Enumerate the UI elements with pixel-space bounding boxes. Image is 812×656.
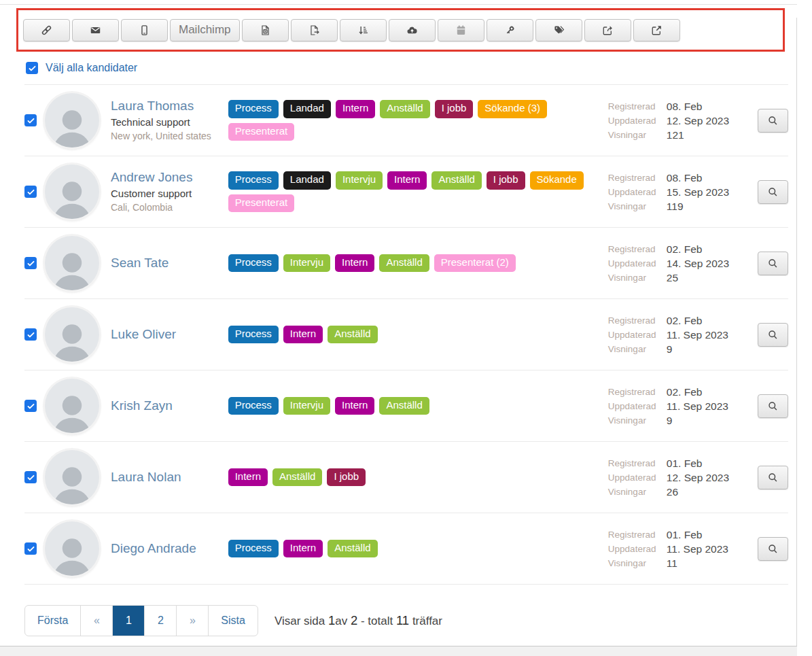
views-value: 9 xyxy=(667,342,752,356)
status-tag-intern[interactable]: Intern xyxy=(228,468,268,487)
status-tag-presenterat[interactable]: Presenterat xyxy=(228,194,295,213)
candidate-checkbox[interactable] xyxy=(24,542,37,555)
status-tag-intervju[interactable]: Intervju xyxy=(336,171,383,190)
content-right-border xyxy=(796,18,797,646)
bulk-actions-toolbar: Mailchimp xyxy=(23,19,680,41)
view-candidate-button[interactable] xyxy=(758,466,788,489)
candidate-checkbox[interactable] xyxy=(24,186,37,198)
status-tag-intern[interactable]: Intern xyxy=(335,254,374,273)
status-tag-ijobb[interactable]: I jobb xyxy=(435,100,474,118)
status-tag-ijobb[interactable]: I jobb xyxy=(487,171,525,190)
summary-number: 2 xyxy=(351,613,357,628)
registered-value: 01. Feb xyxy=(667,528,752,542)
toolbar-button-link[interactable] xyxy=(23,19,70,41)
candidate-checkbox[interactable] xyxy=(24,328,37,341)
status-tag-process[interactable]: Process xyxy=(228,326,279,344)
toolbar-button-label: Mailchimp xyxy=(179,23,231,37)
toolbar-button-calendar[interactable] xyxy=(438,19,484,41)
pagination-page-current[interactable]: 1 xyxy=(112,606,144,636)
toolbar-button-file-export[interactable] xyxy=(291,19,338,41)
status-tag-anstalld[interactable]: Anställd xyxy=(379,397,429,415)
status-tag-anstalld[interactable]: Anställd xyxy=(328,326,377,344)
updated-value: 15. Sep 2023 xyxy=(667,185,752,199)
view-candidate-button[interactable] xyxy=(758,180,788,204)
registered-label: Registrerad xyxy=(608,242,663,256)
pagination-last[interactable]: Sista xyxy=(208,606,258,636)
status-tag-presenterat[interactable]: Presenterat xyxy=(228,123,295,141)
candidate-name[interactable]: Andrew Jones xyxy=(111,169,217,186)
status-tag-intern[interactable]: Intern xyxy=(283,540,323,558)
candidate-name[interactable]: Diego Andrade xyxy=(111,540,217,557)
candidate-row: Krish Zayn ProcessIntervjuInternAnställd… xyxy=(24,370,788,442)
view-candidate-button[interactable] xyxy=(758,109,788,133)
toolbar-button-email[interactable] xyxy=(72,19,119,41)
candidate-name[interactable]: Laura Thomas xyxy=(111,98,217,114)
toolbar-button-excel-export[interactable] xyxy=(242,19,289,41)
candidate-location: New york, United states xyxy=(111,130,217,143)
status-tag-anstalld[interactable]: Anställd xyxy=(272,468,322,487)
status-tag-intern[interactable]: Intern xyxy=(283,326,323,344)
status-tag-intern[interactable]: Intern xyxy=(387,171,427,190)
toolbar-button-cloud-upload[interactable] xyxy=(389,19,436,41)
candidate-checkbox[interactable] xyxy=(24,471,37,483)
pagination-prev[interactable]: « xyxy=(80,606,112,636)
candidate-identity: Laura Thomas Technical support New york,… xyxy=(111,98,217,143)
candidate-name[interactable]: Laura Nolan xyxy=(111,469,217,485)
candidate-avatar xyxy=(45,165,99,219)
status-tag-process[interactable]: Process xyxy=(228,171,279,190)
summary-number: 1 xyxy=(328,613,335,628)
candidate-avatar xyxy=(45,307,99,362)
toolbar-button-mobile[interactable] xyxy=(121,19,168,41)
status-tag-anstalld[interactable]: Anställd xyxy=(380,100,429,118)
view-candidate-button[interactable] xyxy=(758,537,788,561)
candidate-name[interactable]: Sean Tate xyxy=(111,255,217,271)
candidate-name[interactable]: Krish Zayn xyxy=(111,398,217,414)
status-tag-process[interactable]: Process xyxy=(228,254,279,273)
candidate-name[interactable]: Luke Oliver xyxy=(111,326,217,343)
status-tag-intervju[interactable]: Intervju xyxy=(283,254,330,273)
status-tag-landad[interactable]: Landad xyxy=(283,100,331,118)
candidate-checkbox[interactable] xyxy=(24,400,37,412)
candidate-row: Laura Nolan InternAnställdI jobb Registr… xyxy=(24,442,788,513)
toolbar-button-export[interactable] xyxy=(633,19,680,41)
status-tag-process[interactable]: Process xyxy=(228,100,279,118)
status-tag-list: ProcessIntervjuInternAnställdPresenterat… xyxy=(228,254,603,273)
candidate-checkbox[interactable] xyxy=(24,257,37,269)
status-tag-list: ProcessIntervjuInternAnställd xyxy=(228,397,603,415)
status-tag-sokande[interactable]: Sökande xyxy=(530,171,584,190)
status-tag-process[interactable]: Process xyxy=(228,397,279,415)
toolbar-button-tag[interactable] xyxy=(535,19,582,41)
select-all-checkbox[interactable] xyxy=(26,62,38,74)
status-tag-ijobb[interactable]: I jobb xyxy=(327,468,366,487)
candidate-meta: Registrerad 01. Feb Uppdaterad 12. Sep 2… xyxy=(608,456,752,499)
status-tag-intern[interactable]: Intern xyxy=(336,100,375,118)
updated-value: 11. Sep 2023 xyxy=(667,399,752,413)
views-value: 25 xyxy=(667,271,752,285)
external-link-icon xyxy=(651,24,663,36)
status-tag-presenterat[interactable]: Presenterat (2) xyxy=(434,254,516,273)
views-value: 9 xyxy=(667,413,752,428)
toolbar-button-share[interactable] xyxy=(584,19,631,41)
status-tag-intervju[interactable]: Intervju xyxy=(283,397,330,415)
pagination-next[interactable]: » xyxy=(176,606,208,636)
registered-label: Registrerad xyxy=(608,171,663,185)
status-tag-anstalld[interactable]: Anställd xyxy=(328,540,377,558)
updated-value: 12. Sep 2023 xyxy=(667,470,752,485)
toolbar-button-mailchimp[interactable]: Mailchimp xyxy=(170,19,240,41)
status-tag-anstalld[interactable]: Anställd xyxy=(431,171,481,190)
pagination-first[interactable]: Första xyxy=(25,606,80,636)
pagination-page[interactable]: 2 xyxy=(144,606,176,636)
view-candidate-button[interactable] xyxy=(758,323,788,347)
view-candidate-button[interactable] xyxy=(758,394,788,418)
view-candidate-button[interactable] xyxy=(758,252,788,275)
status-tag-landad[interactable]: Landad xyxy=(283,171,331,190)
status-tag-anstalld[interactable]: Anställd xyxy=(379,254,429,273)
status-tag-intern[interactable]: Intern xyxy=(335,397,374,415)
candidate-checkbox[interactable] xyxy=(24,114,37,126)
search-icon xyxy=(767,329,779,341)
updated-value: 12. Sep 2023 xyxy=(667,114,752,128)
status-tag-sokande[interactable]: Sökande (3) xyxy=(478,100,547,118)
status-tag-process[interactable]: Process xyxy=(228,540,279,558)
toolbar-button-sort[interactable] xyxy=(340,19,387,41)
toolbar-button-key[interactable] xyxy=(487,19,533,41)
